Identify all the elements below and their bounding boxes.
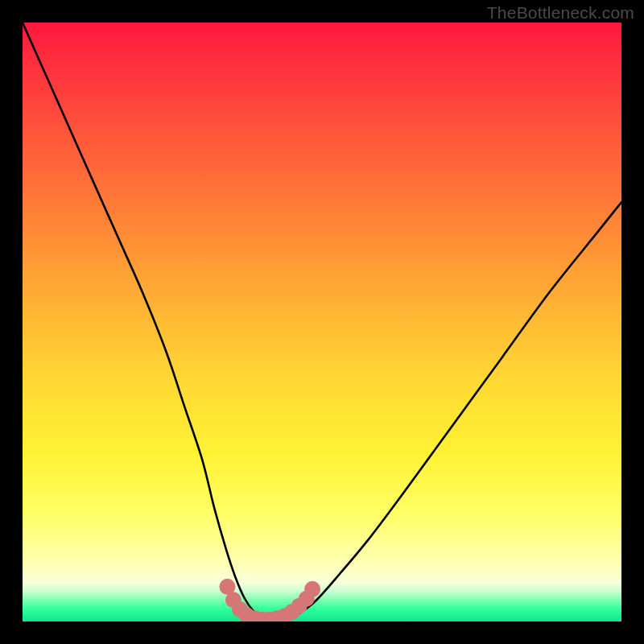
chart-plot-area [23, 23, 621, 621]
trough-dot [269, 610, 285, 621]
trough-dot [225, 592, 242, 608]
trough-dot [291, 598, 308, 614]
trough-dots [219, 579, 320, 621]
trough-dot [239, 608, 255, 621]
trough-dot [219, 579, 235, 595]
trough-dot [247, 610, 263, 621]
chart-svg [23, 23, 621, 621]
trough-dot [304, 581, 320, 597]
attribution-text: TheBottleneck.com [487, 3, 634, 23]
trough-dot [254, 612, 270, 621]
trough-dot [262, 612, 278, 621]
trough-dot [277, 608, 293, 621]
trough-dot [299, 591, 315, 607]
trough-dot [284, 604, 300, 620]
chart-frame: TheBottleneck.com [0, 0, 644, 644]
bottleneck-curve [23, 23, 621, 620]
trough-dot [232, 601, 248, 617]
